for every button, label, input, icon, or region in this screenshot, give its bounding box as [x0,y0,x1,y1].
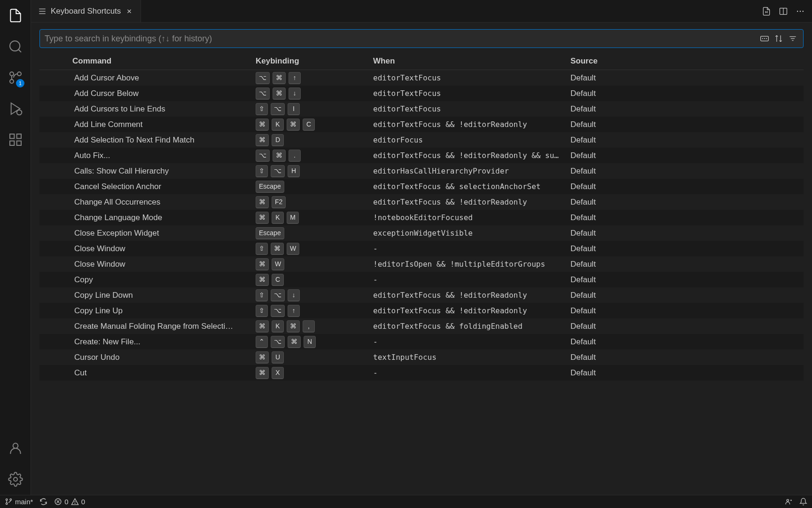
source-cell: Default [570,213,804,222]
when-cell: exceptionWidgetVisible [373,229,570,238]
table-row[interactable]: Create Manual Folding Range from Selecti… [39,318,804,334]
status-live-share[interactable] [785,498,793,506]
key: ↑ [289,72,301,84]
table-row[interactable]: Add Selection To Next Find Match⌘Deditor… [39,132,804,148]
sort-button[interactable] [772,32,785,45]
tab-close-button[interactable] [125,7,134,16]
when-cell: textInputFocus [373,353,570,362]
source-control-icon[interactable]: 1 [0,62,31,93]
open-keybindings-json-button[interactable] [759,4,773,18]
key: W [272,258,284,270]
table-row[interactable]: Copy Line Down⇧⌥↓editorTextFocus && !edi… [39,287,804,303]
key: . [289,150,301,162]
key: ⌥ [271,165,285,177]
key: ⌃ [256,336,268,348]
key: ⌘ [256,351,269,364]
search-container [39,29,804,48]
command-cell: Change All Occurrences [72,198,256,207]
svg-point-25 [765,39,765,39]
source-cell: Default [570,353,804,362]
table-row[interactable]: Change All Occurrences⌘F2editorTextFocus… [39,194,804,210]
keybinding-cell: ⇧⌥I [256,103,373,115]
when-cell: - [373,275,570,284]
status-branch[interactable]: main* [5,498,33,506]
when-cell: editorTextFocus [373,104,570,113]
col-keybinding[interactable]: Keybinding [256,56,373,66]
table-row[interactable]: Add Cursor Below⌥⌘↓editorTextFocusDefaul… [39,86,804,101]
source-cell: Default [570,229,804,238]
run-debug-icon[interactable] [0,93,31,124]
record-keys-button[interactable] [758,32,771,45]
split-editor-button[interactable] [776,4,790,18]
keybinding-cell: ⌃⌥⌘N [256,336,373,348]
table-row[interactable]: Copy Line Up⇧⌥↑editorTextFocus && !edito… [39,303,804,318]
keybinding-cell: ⌥⌘↑ [256,72,373,84]
source-cell: Default [570,275,804,285]
command-cell: Close Exception Widget [72,229,256,238]
command-cell: Add Cursor Above [72,73,256,83]
table-row[interactable]: Auto Fix...⌥⌘.editorTextFocus && !editor… [39,148,804,163]
table-row[interactable]: Copy⌘C-Default [39,272,804,287]
table-row[interactable]: Close Window⇧⌘W-Default [39,241,804,256]
command-cell: Add Cursor Below [72,89,256,98]
command-cell: Create: New File... [72,337,256,347]
table-row[interactable]: Close Exception WidgetEscapeexceptionWid… [39,225,804,241]
scm-badge: 1 [16,79,24,87]
settings-gear-icon[interactable] [0,464,31,495]
key: ⇧ [256,103,268,115]
svg-point-24 [762,39,763,39]
clear-filter-button[interactable] [786,32,799,45]
when-cell: - [373,244,570,253]
accounts-icon[interactable] [0,433,31,464]
tab-bar: Keyboard Shortcuts [31,0,812,23]
command-cell: Copy Line Down [72,291,256,300]
table-row[interactable]: Create: New File...⌃⌥⌘N-Default [39,334,804,349]
explorer-icon[interactable] [0,0,31,31]
keybinding-cell: ⌘U [256,351,373,364]
tab-keyboard-shortcuts[interactable]: Keyboard Shortcuts [31,0,141,22]
command-cell: Auto Fix... [72,151,256,160]
table-row[interactable]: Add Cursors to Line Ends⇧⌥IeditorTextFoc… [39,101,804,117]
key: ⌘ [271,243,284,255]
table-row[interactable]: Add Cursor Above⌥⌘↑editorTextFocusDefaul… [39,70,804,86]
col-source[interactable]: Source [570,56,804,66]
key: ⌘ [287,119,300,131]
when-cell: editorTextFocus && !editorReadonly [373,306,570,315]
source-cell: Default [570,73,804,83]
key: ⌘ [256,320,269,333]
when-cell: editorHasCallHierarchyProvider [373,167,570,175]
table-row[interactable]: Calls: Show Call Hierarchy⇧⌥HeditorHasCa… [39,163,804,179]
table-row[interactable]: Cancel Selection AnchorEscapeeditorTextF… [39,179,804,194]
key: ⌘ [256,258,269,270]
table-row[interactable]: Cursor Undo⌘UtextInputFocusDefault [39,349,804,365]
status-problems[interactable]: 0 0 [54,498,85,506]
key: ⌥ [256,87,270,100]
source-cell: Default [570,198,804,207]
keybinding-cell: ⇧⌥H [256,165,373,177]
command-cell: Close Window [72,260,256,269]
extensions-icon[interactable] [0,124,31,155]
key: X [272,367,284,379]
svg-point-26 [766,39,767,39]
key: I [288,103,300,115]
command-cell: Cancel Selection Anchor [72,182,256,191]
table-row[interactable]: Cut⌘X-Default [39,365,804,381]
col-when[interactable]: When [373,56,570,66]
status-notifications[interactable] [799,498,807,506]
key: ⌘ [273,72,286,84]
more-actions-button[interactable] [793,4,807,18]
svg-point-0 [10,41,20,51]
key: ⌥ [256,72,270,84]
key: ⌥ [271,103,285,115]
search-input[interactable] [45,34,758,44]
col-command[interactable]: Command [72,56,256,66]
table-row[interactable]: Change Language Mode⌘KM!notebookEditorFo… [39,210,804,225]
when-cell: editorTextFocus [373,89,570,98]
table-row[interactable]: Add Line Comment⌘K⌘CeditorTextFocus && !… [39,117,804,132]
search-icon[interactable] [0,31,31,62]
table-row[interactable]: Close Window⌘W!editorIsOpen && !multiple… [39,256,804,272]
command-cell: Add Cursors to Line Ends [72,104,256,114]
status-sync[interactable] [39,498,47,506]
key: ↓ [289,87,301,100]
source-cell: Default [570,260,804,269]
